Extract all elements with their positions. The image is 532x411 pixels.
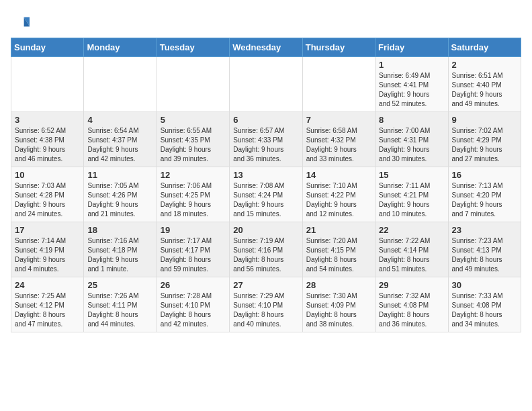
calendar-cell: 21Sunrise: 7:20 AM Sunset: 4:15 PM Dayli… bbox=[302, 222, 375, 277]
day-info: Sunrise: 7:08 AM Sunset: 4:24 PM Dayligh… bbox=[233, 181, 298, 219]
calendar-cell: 13Sunrise: 7:08 AM Sunset: 4:24 PM Dayli… bbox=[230, 167, 302, 222]
calendar-cell bbox=[84, 57, 157, 112]
day-number: 16 bbox=[452, 170, 517, 180]
calendar-cell: 26Sunrise: 7:28 AM Sunset: 4:10 PM Dayli… bbox=[157, 277, 229, 332]
calendar-week-row: 1Sunrise: 6:49 AM Sunset: 4:41 PM Daylig… bbox=[11, 57, 521, 112]
calendar-cell: 29Sunrise: 7:32 AM Sunset: 4:08 PM Dayli… bbox=[375, 277, 448, 332]
calendar-cell: 1Sunrise: 6:49 AM Sunset: 4:41 PM Daylig… bbox=[375, 57, 448, 112]
calendar-week-row: 3Sunrise: 6:52 AM Sunset: 4:38 PM Daylig… bbox=[11, 112, 521, 167]
header bbox=[11, 11, 521, 32]
day-info: Sunrise: 6:52 AM Sunset: 4:38 PM Dayligh… bbox=[15, 126, 80, 164]
logo-icon bbox=[11, 13, 30, 32]
day-number: 17 bbox=[15, 225, 80, 235]
day-number: 21 bbox=[306, 225, 371, 235]
day-number: 3 bbox=[15, 115, 80, 125]
day-info: Sunrise: 7:28 AM Sunset: 4:10 PM Dayligh… bbox=[161, 291, 226, 329]
day-info: Sunrise: 6:51 AM Sunset: 4:40 PM Dayligh… bbox=[452, 71, 517, 109]
day-info: Sunrise: 7:10 AM Sunset: 4:22 PM Dayligh… bbox=[306, 181, 371, 219]
weekday-header-row: SundayMondayTuesdayWednesdayThursdayFrid… bbox=[11, 38, 521, 57]
calendar-cell: 6Sunrise: 6:57 AM Sunset: 4:33 PM Daylig… bbox=[230, 112, 302, 167]
calendar-cell bbox=[230, 57, 302, 112]
logo bbox=[11, 13, 32, 32]
calendar-week-row: 10Sunrise: 7:03 AM Sunset: 4:28 PM Dayli… bbox=[11, 167, 521, 222]
day-info: Sunrise: 7:05 AM Sunset: 4:26 PM Dayligh… bbox=[87, 181, 152, 219]
calendar-cell: 5Sunrise: 6:55 AM Sunset: 4:35 PM Daylig… bbox=[157, 112, 229, 167]
day-info: Sunrise: 6:49 AM Sunset: 4:41 PM Dayligh… bbox=[379, 71, 444, 109]
day-number: 28 bbox=[306, 280, 371, 290]
day-number: 11 bbox=[87, 170, 152, 180]
calendar-cell: 9Sunrise: 7:02 AM Sunset: 4:29 PM Daylig… bbox=[448, 112, 521, 167]
calendar-cell: 11Sunrise: 7:05 AM Sunset: 4:26 PM Dayli… bbox=[84, 167, 157, 222]
calendar-cell: 20Sunrise: 7:19 AM Sunset: 4:16 PM Dayli… bbox=[230, 222, 302, 277]
day-info: Sunrise: 6:57 AM Sunset: 4:33 PM Dayligh… bbox=[233, 126, 298, 164]
calendar-cell bbox=[11, 57, 84, 112]
calendar-cell: 12Sunrise: 7:06 AM Sunset: 4:25 PM Dayli… bbox=[157, 167, 229, 222]
calendar-cell bbox=[302, 57, 375, 112]
day-info: Sunrise: 7:19 AM Sunset: 4:16 PM Dayligh… bbox=[233, 236, 298, 274]
calendar-cell: 18Sunrise: 7:16 AM Sunset: 4:18 PM Dayli… bbox=[84, 222, 157, 277]
weekday-header-saturday: Saturday bbox=[448, 38, 521, 57]
calendar-cell: 2Sunrise: 6:51 AM Sunset: 4:40 PM Daylig… bbox=[448, 57, 521, 112]
day-number: 23 bbox=[452, 225, 517, 235]
calendar-cell: 8Sunrise: 7:00 AM Sunset: 4:31 PM Daylig… bbox=[375, 112, 448, 167]
weekday-header-sunday: Sunday bbox=[11, 38, 84, 57]
day-info: Sunrise: 7:06 AM Sunset: 4:25 PM Dayligh… bbox=[161, 181, 226, 219]
day-number: 22 bbox=[379, 225, 444, 235]
day-info: Sunrise: 7:30 AM Sunset: 4:09 PM Dayligh… bbox=[306, 291, 371, 329]
day-info: Sunrise: 6:54 AM Sunset: 4:37 PM Dayligh… bbox=[87, 126, 152, 164]
day-info: Sunrise: 7:29 AM Sunset: 4:10 PM Dayligh… bbox=[233, 291, 298, 329]
calendar-cell: 23Sunrise: 7:23 AM Sunset: 4:13 PM Dayli… bbox=[448, 222, 521, 277]
calendar-cell: 27Sunrise: 7:29 AM Sunset: 4:10 PM Dayli… bbox=[230, 277, 302, 332]
weekday-header-friday: Friday bbox=[375, 38, 448, 57]
weekday-header-thursday: Thursday bbox=[302, 38, 375, 57]
calendar-cell: 4Sunrise: 6:54 AM Sunset: 4:37 PM Daylig… bbox=[84, 112, 157, 167]
day-info: Sunrise: 7:16 AM Sunset: 4:18 PM Dayligh… bbox=[87, 236, 152, 274]
weekday-header-tuesday: Tuesday bbox=[157, 38, 229, 57]
day-number: 30 bbox=[452, 280, 517, 290]
day-info: Sunrise: 7:32 AM Sunset: 4:08 PM Dayligh… bbox=[379, 291, 444, 329]
day-number: 14 bbox=[306, 170, 371, 180]
calendar-cell: 30Sunrise: 7:33 AM Sunset: 4:08 PM Dayli… bbox=[448, 277, 521, 332]
calendar-cell: 19Sunrise: 7:17 AM Sunset: 4:17 PM Dayli… bbox=[157, 222, 229, 277]
day-info: Sunrise: 6:55 AM Sunset: 4:35 PM Dayligh… bbox=[161, 126, 226, 164]
day-number: 4 bbox=[87, 115, 152, 125]
day-number: 29 bbox=[379, 280, 444, 290]
day-info: Sunrise: 7:13 AM Sunset: 4:20 PM Dayligh… bbox=[452, 181, 517, 219]
calendar-header: SundayMondayTuesdayWednesdayThursdayFrid… bbox=[11, 38, 521, 57]
day-info: Sunrise: 7:26 AM Sunset: 4:11 PM Dayligh… bbox=[87, 291, 152, 329]
calendar-cell: 22Sunrise: 7:22 AM Sunset: 4:14 PM Dayli… bbox=[375, 222, 448, 277]
day-number: 2 bbox=[452, 60, 517, 70]
day-number: 24 bbox=[15, 280, 80, 290]
day-info: Sunrise: 7:00 AM Sunset: 4:31 PM Dayligh… bbox=[379, 126, 444, 164]
day-info: Sunrise: 7:33 AM Sunset: 4:08 PM Dayligh… bbox=[452, 291, 517, 329]
calendar-cell: 10Sunrise: 7:03 AM Sunset: 4:28 PM Dayli… bbox=[11, 167, 84, 222]
day-info: Sunrise: 7:03 AM Sunset: 4:28 PM Dayligh… bbox=[15, 181, 80, 219]
day-number: 10 bbox=[15, 170, 80, 180]
calendar-table: SundayMondayTuesdayWednesdayThursdayFrid… bbox=[11, 38, 521, 332]
calendar-body: 1Sunrise: 6:49 AM Sunset: 4:41 PM Daylig… bbox=[11, 57, 521, 332]
day-info: Sunrise: 7:23 AM Sunset: 4:13 PM Dayligh… bbox=[452, 236, 517, 274]
day-info: Sunrise: 6:58 AM Sunset: 4:32 PM Dayligh… bbox=[306, 126, 371, 164]
calendar-cell: 3Sunrise: 6:52 AM Sunset: 4:38 PM Daylig… bbox=[11, 112, 84, 167]
day-info: Sunrise: 7:20 AM Sunset: 4:15 PM Dayligh… bbox=[306, 236, 371, 274]
calendar-cell: 17Sunrise: 7:14 AM Sunset: 4:19 PM Dayli… bbox=[11, 222, 84, 277]
day-info: Sunrise: 7:17 AM Sunset: 4:17 PM Dayligh… bbox=[161, 236, 226, 274]
day-number: 27 bbox=[233, 280, 298, 290]
day-number: 12 bbox=[161, 170, 226, 180]
day-number: 13 bbox=[233, 170, 298, 180]
weekday-header-wednesday: Wednesday bbox=[230, 38, 302, 57]
calendar-cell: 7Sunrise: 6:58 AM Sunset: 4:32 PM Daylig… bbox=[302, 112, 375, 167]
calendar-cell: 16Sunrise: 7:13 AM Sunset: 4:20 PM Dayli… bbox=[448, 167, 521, 222]
day-info: Sunrise: 7:25 AM Sunset: 4:12 PM Dayligh… bbox=[15, 291, 80, 329]
day-number: 5 bbox=[161, 115, 226, 125]
day-number: 26 bbox=[161, 280, 226, 290]
day-number: 19 bbox=[161, 225, 226, 235]
day-number: 7 bbox=[306, 115, 371, 125]
day-info: Sunrise: 7:11 AM Sunset: 4:21 PM Dayligh… bbox=[379, 181, 444, 219]
day-number: 20 bbox=[233, 225, 298, 235]
calendar-cell: 14Sunrise: 7:10 AM Sunset: 4:22 PM Dayli… bbox=[302, 167, 375, 222]
day-number: 8 bbox=[379, 115, 444, 125]
day-info: Sunrise: 7:14 AM Sunset: 4:19 PM Dayligh… bbox=[15, 236, 80, 274]
day-number: 6 bbox=[233, 115, 298, 125]
day-number: 1 bbox=[379, 60, 444, 70]
